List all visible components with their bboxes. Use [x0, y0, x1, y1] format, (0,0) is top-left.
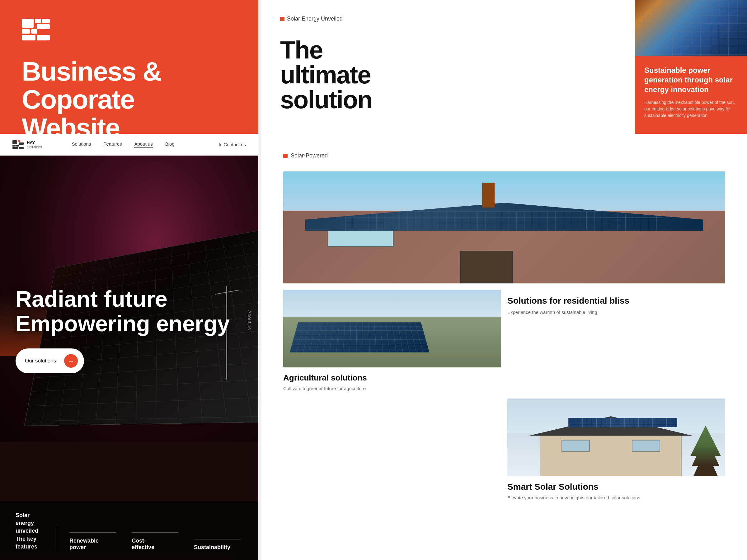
- card-right-heading: Sustainable power generation through sol…: [644, 65, 738, 95]
- agricultural-card: Agricultural solutions Cultivate a green…: [283, 290, 501, 392]
- mockup-nav: HAY Solutions Solutions Features About u…: [0, 134, 258, 156]
- residential-title: Solutions for residential bliss: [507, 296, 725, 306]
- nav-logo-subtitle: Solutions: [27, 145, 42, 149]
- card-right-panel: Sustainable power generation through sol…: [635, 0, 747, 134]
- mockup-hero-area: Radiant future Empowering energy Our sol…: [0, 156, 258, 442]
- mockup-cta-button[interactable]: Our solutions →: [16, 348, 84, 373]
- svg-rect-12: [12, 147, 18, 149]
- residential-desc: Experience the warmth of sustainable liv…: [507, 309, 725, 316]
- cta-arrow-icon: →: [64, 354, 78, 368]
- nav-logo-name: HAY: [27, 140, 42, 145]
- footer-stat-2: Cost-effective: [132, 532, 178, 551]
- svg-rect-5: [22, 35, 35, 41]
- logo-icon: [22, 19, 50, 41]
- roof-img: [283, 171, 725, 284]
- about-us-label: About us: [247, 310, 252, 330]
- card-main-title: Theultimatesolution: [280, 38, 616, 112]
- footer-stat-3: Sustainability: [194, 539, 243, 551]
- nav-logo-icon: [12, 140, 24, 149]
- svg-rect-3: [22, 29, 30, 34]
- card-label-dot: [280, 17, 284, 21]
- solutions-label-text: Solar-Powered: [291, 153, 328, 159]
- nav-link-about[interactable]: About us: [134, 141, 153, 148]
- svg-rect-9: [18, 140, 20, 142]
- card-right-text: Sustainable power generation through sol…: [635, 56, 747, 128]
- top-right-card: Solar Energy Unveiled Theultimatesolutio…: [261, 0, 635, 134]
- svg-rect-11: [16, 145, 19, 146]
- house-image: [507, 399, 725, 476]
- solutions-label: Solar-Powered: [283, 153, 725, 159]
- mockup-footer-strip: Solar energy unveiledThe key features Re…: [0, 501, 258, 560]
- footer-stat-1: Renewable power: [70, 532, 116, 551]
- card-right-body: Harnessing the inexhaustible power of th…: [644, 99, 738, 119]
- svg-rect-13: [19, 142, 24, 145]
- svg-rect-6: [37, 24, 50, 29]
- nav-logo: HAY Solutions: [12, 140, 42, 149]
- svg-rect-7: [37, 35, 50, 41]
- nav-logo-text: HAY Solutions: [27, 140, 42, 149]
- mockup-section: HAY Solutions Solutions Features About u…: [0, 134, 258, 560]
- field-image: [283, 290, 501, 367]
- nav-contact[interactable]: ↳ Contact us: [218, 142, 246, 148]
- agricultural-title: Agricultural solutions: [283, 373, 501, 383]
- residential-card: Solutions for residential bliss Experien…: [507, 290, 725, 392]
- chimney: [482, 183, 495, 208]
- nav-link-blog[interactable]: Blog: [165, 141, 175, 148]
- house-img: [507, 399, 725, 476]
- mockup-hero-title: Radiant future Empowering energy: [16, 287, 230, 336]
- cta-text: Our solutions: [25, 358, 56, 364]
- mockup-hero-text: Radiant future Empowering energy Our sol…: [16, 287, 230, 373]
- roof-solar-image: [283, 171, 725, 284]
- svg-rect-8: [12, 140, 17, 144]
- smart-solar-title: Smart Solar Solutions: [507, 482, 725, 492]
- solar-top-image: [635, 0, 747, 56]
- svg-rect-14: [19, 147, 24, 149]
- solutions-grid: Agricultural solutions Cultivate a green…: [283, 171, 725, 501]
- svg-rect-10: [12, 145, 16, 146]
- footer-left: Solar energy unveiledThe key features: [16, 511, 45, 551]
- field-img: [283, 290, 501, 367]
- nav-link-features[interactable]: Features: [103, 141, 122, 148]
- top-right-section: Solar Energy Unveiled Theultimatesolutio…: [261, 0, 747, 134]
- hero-section: Business & Coporate Website Template: [0, 0, 258, 134]
- svg-rect-0: [22, 19, 34, 28]
- svg-rect-4: [31, 29, 37, 34]
- smart-solar-desc: Elevate your business to new heights our…: [507, 495, 725, 502]
- card-label-text: Solar Energy Unveiled: [287, 16, 343, 22]
- solutions-top-image-container: [283, 171, 725, 284]
- smart-solar-card: Smart Solar Solutions Elevate your busin…: [507, 399, 725, 502]
- card-label: Solar Energy Unveiled: [280, 16, 616, 22]
- solutions-section: Solar-Powered: [261, 134, 747, 560]
- nav-links: Solutions Features About us Blog: [72, 141, 175, 148]
- footer-feature-title: Solar energy unveiledThe key features: [16, 511, 45, 551]
- svg-rect-1: [35, 19, 41, 23]
- agricultural-desc: Cultivate a greener future for agricultu…: [283, 385, 501, 392]
- nav-link-solutions[interactable]: Solutions: [72, 141, 91, 148]
- svg-rect-2: [42, 19, 50, 23]
- solutions-label-dot: [283, 154, 288, 158]
